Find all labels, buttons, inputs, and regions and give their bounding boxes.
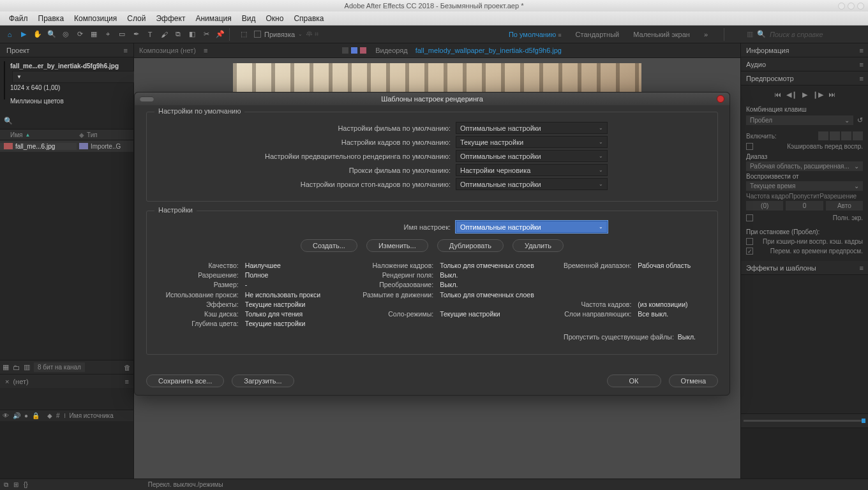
search-icon[interactable]: 🔍	[4, 117, 13, 125]
label-icon[interactable]: ◆	[79, 131, 84, 138]
movie-default-select[interactable]: Оптимальные настройки⌄	[456, 122, 608, 134]
skip-select[interactable]: 0	[786, 201, 823, 211]
include-audio-icon[interactable]	[830, 131, 840, 140]
roto-tool-icon[interactable]: ✂	[199, 27, 213, 41]
audio-panel-tab[interactable]: Аудио	[746, 61, 766, 68]
eye-icon[interactable]: 👁	[3, 412, 9, 419]
cancel-button[interactable]: Отмена	[669, 375, 718, 387]
project-tab[interactable]: Проект	[6, 47, 29, 54]
load-button[interactable]: Загрузить...	[232, 375, 294, 387]
preview-panel-tab[interactable]: Предпросмотр	[746, 75, 794, 82]
fps-select[interactable]: (0)	[746, 201, 783, 211]
col-name[interactable]: Имя	[10, 131, 22, 138]
first-frame-icon[interactable]: ⏮	[774, 91, 781, 99]
comp-icon[interactable]: ▥	[24, 363, 30, 371]
still-proxy-select[interactable]: Оптимальные настройки⌄	[456, 178, 608, 190]
workspace-standard[interactable]: Стандартный	[576, 31, 620, 38]
col-type[interactable]: Тип	[87, 131, 98, 138]
orbit-tool-icon[interactable]: ◎	[59, 27, 73, 41]
panel-menu-icon[interactable]: ≡	[860, 75, 863, 82]
last-frame-icon[interactable]: ⏭	[828, 91, 835, 99]
zoom-tool-icon[interactable]: 🔍	[45, 27, 59, 41]
home-icon[interactable]: ⌂	[3, 27, 17, 41]
puppet-tool-icon[interactable]: 📌	[213, 27, 227, 41]
timeline-marker[interactable]	[862, 419, 865, 423]
include-video-icon[interactable]	[818, 131, 828, 140]
menu-help[interactable]: Справка	[288, 14, 329, 23]
panel-menu-icon[interactable]: ≡	[860, 264, 863, 272]
menu-effect[interactable]: Эффект	[151, 14, 190, 23]
folder-icon[interactable]: 🗀	[13, 364, 20, 371]
selection-tool-icon[interactable]: ▶	[17, 27, 31, 41]
brush-tool-icon[interactable]: 🖌	[157, 27, 171, 41]
delete-button[interactable]: Удалить	[513, 239, 564, 252]
pen-tool-icon[interactable]: ✒	[129, 27, 143, 41]
snap-icon[interactable]: ⬚	[237, 27, 251, 41]
clone-tool-icon[interactable]: ⧉	[171, 27, 185, 41]
cache-checkbox[interactable]	[746, 143, 753, 150]
info-panel-tab[interactable]: Информация	[746, 47, 789, 54]
dialog-grip-icon[interactable]	[140, 96, 154, 101]
window-close-icon[interactable]	[857, 3, 864, 10]
lock-icon[interactable]: 🔒	[32, 412, 40, 419]
res-select[interactable]: Авто	[826, 201, 863, 211]
window-min-icon[interactable]	[838, 3, 845, 10]
menu-file[interactable]: Файл	[4, 14, 33, 23]
frame-default-select[interactable]: Текущие настройки⌄	[456, 136, 608, 148]
save-all-button[interactable]: Сохранить все...	[146, 375, 224, 387]
create-button[interactable]: Создать...	[301, 239, 357, 252]
settings-name-select[interactable]: Оптимальные настройки⌄	[456, 221, 608, 233]
timeline-tab[interactable]: (нет)	[13, 378, 28, 385]
text-tool-icon[interactable]: T	[143, 27, 157, 41]
shape-tool-icon[interactable]: ▭	[115, 27, 129, 41]
speaker-icon[interactable]: 🔊	[13, 412, 20, 419]
reset-icon[interactable]: ↺	[857, 116, 863, 124]
trash-icon[interactable]: 🗑	[124, 364, 131, 371]
workspace-default[interactable]: По умолчанию ≡	[509, 31, 562, 38]
source-name-col[interactable]: Имя источника	[70, 412, 114, 419]
duplicate-button[interactable]: Дублировать	[437, 239, 504, 252]
prev-frame-icon[interactable]: ◀❙	[786, 91, 797, 99]
eraser-tool-icon[interactable]: ◧	[185, 27, 199, 41]
asset-thumbnail[interactable]	[4, 61, 5, 100]
solo-icon[interactable]: ●	[24, 412, 28, 419]
edit-button[interactable]: Изменить...	[366, 239, 428, 252]
status-icon[interactable]: ⧉	[4, 481, 8, 489]
play-icon[interactable]: ▶	[802, 91, 807, 99]
ok-button[interactable]: ОК	[607, 375, 661, 387]
menu-view[interactable]: Вид	[237, 14, 261, 23]
camera-tool-icon[interactable]: ▦	[87, 27, 101, 41]
menu-animation[interactable]: Анимация	[190, 14, 236, 23]
include-overlay-icon[interactable]	[841, 131, 851, 140]
dialog-close-button[interactable]	[717, 95, 724, 103]
include-loop-icon[interactable]	[853, 131, 863, 140]
workspace-more-icon[interactable]: »	[704, 31, 708, 38]
next-frame-icon[interactable]: ❙▶	[812, 91, 823, 99]
onstop2-checkbox[interactable]	[746, 248, 753, 255]
onstop1-checkbox[interactable]	[746, 238, 753, 245]
shortcut-select[interactable]: Пробел⌄	[746, 115, 853, 125]
workspace-small[interactable]: Маленький экран	[633, 31, 690, 38]
panel-menu-icon[interactable]: ≡	[860, 61, 863, 68]
timeline-close-icon[interactable]: ×	[5, 378, 9, 385]
menu-composition[interactable]: Композиция	[69, 14, 122, 23]
rotate-tool-icon[interactable]: ⟳	[73, 27, 87, 41]
menu-edit[interactable]: Правка	[33, 14, 70, 23]
movie-proxy-select[interactable]: Настройки черновика⌄	[456, 164, 608, 176]
timeline-menu-icon[interactable]: ≡	[125, 378, 128, 385]
prerender-default-select[interactable]: Оптимальные настройки⌄	[456, 150, 608, 162]
snap-checkbox[interactable]	[254, 31, 261, 38]
status-icon[interactable]: {}	[24, 481, 28, 488]
panel-toggle-icon[interactable]: ▥	[747, 30, 753, 38]
panel-menu-icon[interactable]: ≡	[860, 47, 863, 54]
playfrom-select[interactable]: Текущее время⌄	[746, 181, 863, 191]
hand-tool-icon[interactable]: ✋	[31, 27, 45, 41]
comp-tab-menu-icon[interactable]: ≡	[204, 47, 207, 54]
label-col-icon[interactable]: ◆	[47, 412, 52, 419]
bpc-toggle[interactable]: 8 бит на канал	[34, 362, 85, 372]
range-select[interactable]: Рабочая область, расширенная...⌄	[746, 161, 863, 171]
help-search-input[interactable]: Поиск в справке	[770, 31, 859, 38]
interpret-icon[interactable]: ▦	[3, 363, 9, 371]
window-max-icon[interactable]	[848, 3, 855, 10]
fullscreen-checkbox[interactable]	[746, 214, 753, 221]
